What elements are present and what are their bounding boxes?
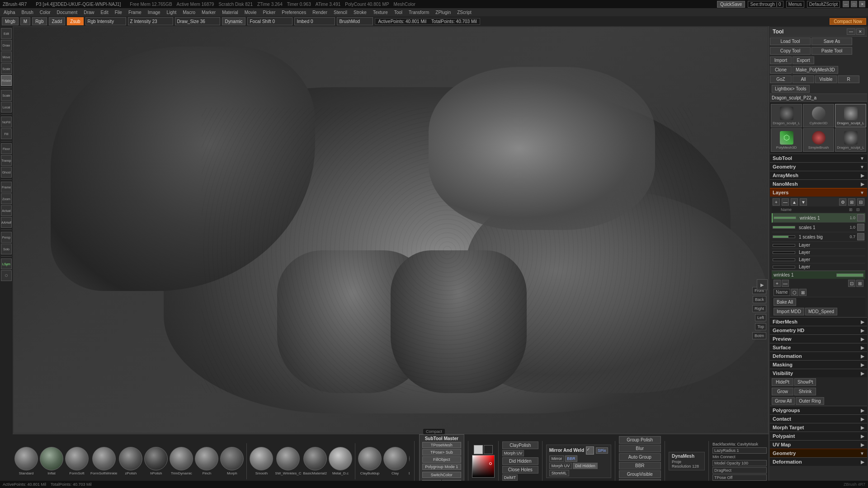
zoom-button[interactable]: Zoom [1,193,12,204]
layer-item-layer4[interactable]: Layer [772,242,865,249]
goz-button[interactable]: GoZ [770,75,792,83]
menu-macro[interactable]: Macro [181,9,197,15]
subtool-section-header[interactable]: SubTool ▼ [770,154,867,162]
copy-tool-button[interactable]: Copy Tool [770,47,811,55]
grow-all-button[interactable]: Grow All [772,397,795,405]
ghost-button[interactable]: Ghost [1,167,12,178]
import-button[interactable]: Import [770,56,792,64]
layer-item-wrinkles1[interactable]: wrinkles 1 1.0 [772,213,865,223]
tool-thumb-cylinder3d[interactable]: Cylinder3D [803,104,834,127]
zsub-button[interactable]: Zsub [67,17,83,25]
layer-delete-button[interactable]: — [782,198,789,206]
nofill-button[interactable]: NoFill [1,117,12,127]
export-button[interactable]: Export [793,56,814,64]
fibermesh-section-header[interactable]: FiberMesh ▶ [770,317,867,326]
actual-button[interactable]: Actual [1,205,12,216]
polygroup-mode-button[interactable]: Polygroup Mode 1 [422,464,461,470]
r-button[interactable]: R [838,75,859,83]
grow-button[interactable]: Grow [772,388,793,395]
geometry-hd-section-header[interactable]: Geometry HD ▶ [770,326,867,334]
layer-extra-button[interactable]: ⊟ [857,198,864,206]
layer-plus-button[interactable]: + [774,280,781,287]
lightbox-tools-button[interactable]: Lightbox> Tools [772,85,810,93]
menu-draw[interactable]: Draw [82,9,96,15]
auto-group-button[interactable]: Auto Group [619,453,661,461]
menu-marker[interactable]: Marker [200,9,217,15]
brush-item-trimdynamic[interactable]: TrimDynamic [170,447,193,475]
outer-ring-button[interactable]: Outer Ring [796,397,824,405]
brush-item-basicmat2[interactable]: BasicMaterial2 [303,447,327,475]
draw-button[interactable]: Draw [1,40,12,51]
surface-section-header[interactable]: Surface ▶ [770,343,867,352]
layer-eyeglass-button[interactable]: ⊡ [848,280,855,287]
menu-brush[interactable]: Brush [20,9,35,15]
switch-color-button[interactable]: SwitchColor [422,472,461,478]
morph-target-section-header[interactable]: Morph Target ▶ [770,423,867,432]
brush-item-formsoft[interactable]: FormSoft [65,447,89,475]
preview-section-header[interactable]: Preview ▶ [770,334,867,343]
storemi-button[interactable]: StoreML [549,470,569,476]
nanomesh-section-header[interactable]: NanoMesh ▶ [770,179,867,188]
draw-size-slider[interactable]: Draw_Size 36 [175,17,220,25]
visibility-section-header[interactable]: Visibility ▶ [770,369,867,377]
lazy-radius-label[interactable]: LazyRadius 1 [712,447,767,454]
brush-item-inflat[interactable]: Inflat [40,447,63,475]
brush-item-morph[interactable]: Morph [220,447,244,475]
right-view-label[interactable]: Right [752,305,766,312]
layer-name-icon2[interactable]: ⊠ [799,289,807,296]
layer-item-layer7[interactable]: Layer [772,263,865,271]
imbed-slider[interactable]: Imbed 0 [294,17,335,25]
see-through[interactable]: See:through | 0 [748,1,783,8]
layer-square-button[interactable]: ⊞ [856,280,863,287]
deformation-section-header[interactable]: Deformation ▶ [770,352,867,360]
menu-frame[interactable]: Frame [127,9,143,15]
transp-button[interactable]: Transp [1,155,12,166]
make-polymesh-button[interactable]: Make_PolyMesh3D [793,66,838,74]
group-polish-button[interactable]: Group Polish [619,436,661,444]
brush-item-finch[interactable]: Finch [195,447,218,475]
brushmod-slider[interactable]: BrushMod [337,17,373,25]
close-panel-button[interactable]: ✕ [856,28,864,35]
back-view-label[interactable]: Back [753,296,766,303]
menu-file[interactable]: File [113,9,124,15]
showpt-button[interactable]: ShowPt [794,378,816,386]
uv-map-section-header[interactable]: UV Map ▶ [770,440,867,449]
tool-thumb-dragon2[interactable]: Dragon_sculpt_L [835,104,866,127]
deformation-section-header-2[interactable]: Deformation ▶ [770,457,867,466]
menu-preferences[interactable]: Preferences [280,9,308,15]
brush-item-smooth[interactable]: Smooth [250,447,273,475]
geometry-section-header-2[interactable]: Geometry ▼ [770,449,867,457]
model-opacity-label[interactable]: Model Opacity 100 [712,460,767,466]
sym-button[interactable]: ⬡ [1,270,12,281]
did-hidden-mirror-button[interactable]: Did Hidden [573,463,598,469]
polygroups-section-header[interactable]: Polygroups ▶ [770,406,867,414]
load-tool-button[interactable]: Load Tool [770,38,811,45]
menu-render[interactable]: Render [311,9,329,15]
z-intensity-slider[interactable]: Z Intensity 23 [128,17,173,25]
layer-eye-scalesbig[interactable] [857,233,864,240]
contact-section-header[interactable]: Contact ▶ [770,414,867,423]
layer-item-scales1[interactable]: scales 1 1.0 [772,223,865,232]
menus-button[interactable]: Menus [786,1,804,8]
layer-minus-button[interactable]: — [782,280,789,287]
menu-picker[interactable]: Picker [261,9,277,15]
clay-polish-button[interactable]: ClayPolish [502,441,538,449]
menu-zplugin[interactable]: ZPlugin [434,9,453,15]
layer-options-button[interactable]: ⚙ [839,198,846,206]
minimize-panel-button[interactable]: — [847,28,855,35]
maximize-button[interactable]: □ [851,1,857,7]
rgb-button[interactable]: Rgb [32,17,47,25]
drag-rect-label[interactable]: DragRect [712,467,767,474]
geometry-section-header-1[interactable]: Geometry ▼ [770,162,867,171]
floor-button[interactable]: Floor [1,143,12,154]
shrink-button[interactable]: Shrink [794,388,816,395]
layer-name-icon1[interactable]: ⬡ [791,289,798,296]
focal-shift-slider[interactable]: Focal Shift 0 [247,17,292,25]
rotate-button[interactable]: Rotate [1,75,12,86]
menu-image[interactable]: Image [146,9,162,15]
expand-panel-button[interactable]: ▶ [757,279,768,290]
viewport-canvas[interactable]: ZBRUSH [13,26,769,434]
menu-texture[interactable]: Texture [371,9,390,15]
blur-button[interactable]: Blur [619,445,661,452]
close-holes-button[interactable]: Close Holes [502,466,538,474]
